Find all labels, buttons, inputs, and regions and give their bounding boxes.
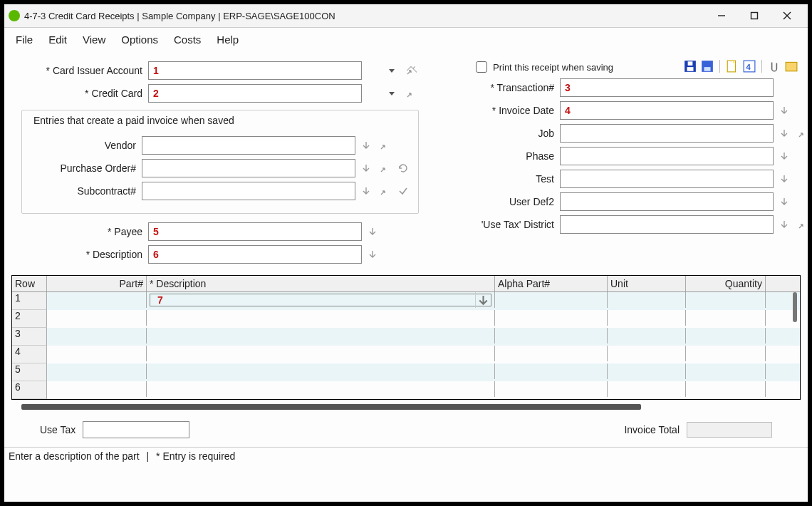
status-message: Enter a description of the part: [9, 450, 140, 462]
vendor-label: Vendor: [29, 140, 136, 151]
menu-help[interactable]: Help: [217, 33, 239, 46]
col-header-alpha[interactable]: Alpha Part#: [495, 276, 608, 291]
description-input[interactable]: [148, 245, 362, 264]
down-arrow-icon[interactable]: [358, 183, 374, 199]
paid-invoice-fieldset: Entries that create a paid invoice when …: [21, 110, 419, 214]
table-row[interactable]: 4: [12, 346, 800, 363]
dropdown-icon[interactable]: [475, 292, 491, 308]
list-icon[interactable]: 4: [743, 60, 756, 73]
cell-part[interactable]: [47, 292, 147, 308]
col-header-unit[interactable]: Unit: [608, 276, 686, 291]
svg-rect-8: [704, 67, 711, 71]
refresh-icon[interactable]: [395, 160, 411, 176]
lookup-icon[interactable]: [795, 217, 811, 232]
down-arrow-icon[interactable]: [776, 125, 792, 141]
cell-unit[interactable]: [608, 292, 686, 308]
app-window: 4-7-3 Credit Card Receipts | Sample Comp…: [0, 0, 812, 506]
menu-view[interactable]: View: [83, 33, 105, 46]
menu-costs[interactable]: Costs: [174, 33, 201, 46]
col-header-qty[interactable]: Quantity: [686, 276, 766, 291]
userdef2-input[interactable]: [560, 192, 774, 211]
po-label: Purchase Order#: [29, 162, 136, 174]
table-row[interactable]: 6: [12, 381, 800, 399]
cell-description[interactable]: 7: [147, 292, 495, 308]
table-row[interactable]: 2: [12, 310, 800, 328]
svg-text:4: 4: [746, 63, 751, 71]
titlebar: 4-7-3 Credit Card Receipts | Sample Comp…: [4, 4, 808, 28]
down-arrow-icon[interactable]: [365, 247, 380, 262]
lookup-icon[interactable]: [377, 138, 392, 153]
col-header-part[interactable]: Part#: [47, 276, 147, 291]
svg-rect-1: [751, 13, 758, 19]
payee-input[interactable]: [148, 222, 362, 241]
new-doc-icon[interactable]: [726, 60, 739, 73]
col-header-spacer: [766, 276, 800, 291]
close-button[interactable]: [775, 7, 799, 24]
menu-edit[interactable]: Edit: [48, 33, 67, 46]
svg-rect-6: [688, 61, 693, 66]
down-arrow-icon[interactable]: [776, 217, 792, 232]
down-arrow-icon[interactable]: [776, 103, 792, 118]
status-required: * Entry is required: [156, 450, 235, 462]
phase-input[interactable]: [560, 147, 774, 165]
menubar: File Edit View Options Costs Help: [4, 28, 808, 53]
table-row[interactable]: 3: [12, 328, 800, 346]
invoice-date-label: * Invoice Date: [469, 105, 554, 116]
down-arrow-icon[interactable]: [776, 194, 792, 210]
down-arrow-icon[interactable]: [358, 138, 374, 153]
maximize-button[interactable]: [742, 7, 766, 24]
toolbar: 4: [684, 60, 798, 73]
invoice-date-input[interactable]: [560, 101, 774, 120]
test-label: Test: [469, 173, 554, 185]
app-icon: [9, 10, 20, 21]
save-icon[interactable]: [684, 60, 697, 73]
transaction-input[interactable]: [560, 78, 774, 97]
row-number: 2: [12, 310, 47, 328]
credit-card-select[interactable]: [148, 84, 362, 103]
lookup-icon[interactable]: [795, 125, 811, 141]
col-header-desc[interactable]: * Description: [147, 276, 495, 291]
down-arrow-icon[interactable]: [776, 148, 792, 164]
usetax-district-input[interactable]: [560, 215, 774, 234]
grid-hscroll[interactable]: [21, 404, 641, 410]
lookup-icon[interactable]: [377, 183, 392, 199]
print-receipt-checkbox[interactable]: [476, 61, 487, 73]
note-icon[interactable]: [785, 60, 798, 73]
lookup-icon[interactable]: [403, 63, 419, 78]
toolbar-separator: [719, 60, 720, 73]
subcontract-input[interactable]: [142, 182, 355, 200]
down-arrow-icon[interactable]: [365, 224, 380, 239]
save-alt-icon[interactable]: [701, 60, 714, 73]
use-tax-input[interactable]: [83, 421, 189, 438]
minimize-button[interactable]: [709, 7, 734, 24]
usetax-district-label: 'Use Tax' District: [469, 219, 554, 230]
job-label: Job: [469, 128, 554, 139]
menu-file[interactable]: File: [16, 33, 33, 46]
print-receipt-label: Print this receipt when saving: [493, 62, 613, 73]
down-arrow-icon[interactable]: [358, 160, 374, 176]
lookup-icon[interactable]: [377, 160, 392, 176]
invoice-total-label: Invoice Total: [624, 424, 680, 435]
check-icon[interactable]: [395, 183, 411, 199]
job-input[interactable]: [560, 124, 774, 143]
cell-alpha[interactable]: [495, 292, 608, 308]
test-input[interactable]: [560, 170, 774, 188]
po-input[interactable]: [142, 159, 355, 177]
menu-options[interactable]: Options: [121, 33, 158, 46]
col-header-row[interactable]: Row: [12, 276, 47, 291]
down-arrow-icon[interactable]: [776, 171, 792, 187]
grid-vscroll[interactable]: [793, 292, 797, 322]
cell-qty[interactable]: [686, 292, 766, 308]
lookup-icon[interactable]: [403, 86, 419, 101]
card-issuer-label: * Card Issuer Account: [21, 65, 142, 76]
vendor-input[interactable]: [142, 136, 355, 155]
payee-label: * Payee: [21, 226, 142, 237]
credit-card-label: * Credit Card: [21, 88, 142, 99]
row-number: 1: [12, 292, 47, 310]
card-issuer-select[interactable]: [148, 61, 362, 80]
table-row[interactable]: 5: [12, 363, 800, 381]
line-items-grid[interactable]: Row Part# * Description Alpha Part# Unit…: [11, 275, 801, 400]
table-row[interactable]: 1 7: [12, 292, 800, 310]
attach-icon[interactable]: [768, 60, 781, 73]
use-tax-label: Use Tax: [40, 424, 76, 435]
